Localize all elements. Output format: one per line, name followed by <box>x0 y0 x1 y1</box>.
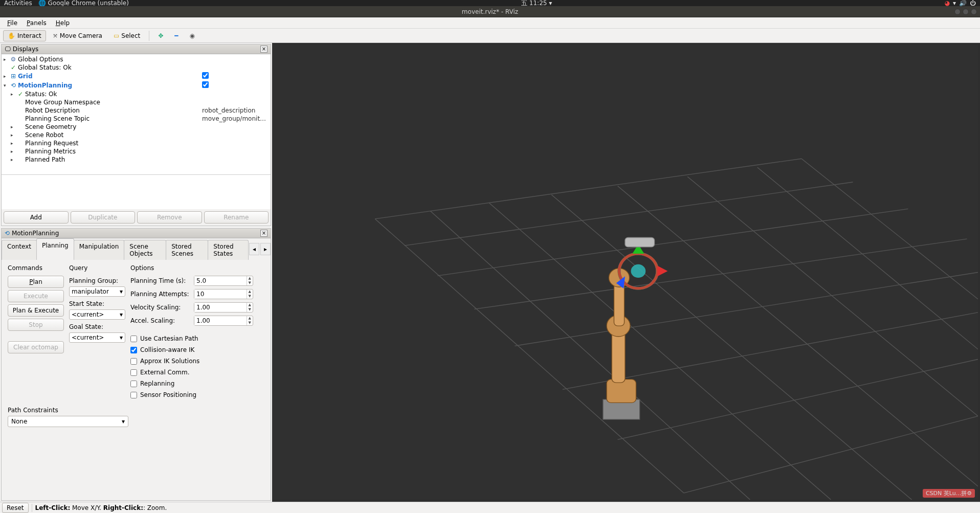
tab-stored-scenes[interactable]: Stored Scenes <box>166 240 208 260</box>
planning-time-spinner[interactable]: ▲▼ <box>194 276 253 286</box>
planning-group-select[interactable]: manipulator▾ <box>69 286 125 297</box>
svg-line-12 <box>618 186 978 486</box>
collision-ik-label: Collision-aware IK <box>140 346 194 353</box>
grid-visibility-checkbox[interactable] <box>202 72 209 79</box>
3d-viewport[interactable]: CSDN 英Lu...拼⚙ <box>272 45 978 500</box>
tree-item-motion-planning[interactable]: MotionPlanning <box>17 82 202 89</box>
spin-down[interactable]: ▼ <box>247 294 253 299</box>
execute-button: Execute <box>8 290 64 302</box>
sensor-positioning-checkbox[interactable] <box>130 392 137 398</box>
planning-attempts-spinner[interactable]: ▲▼ <box>194 289 253 299</box>
tree-item-global-options[interactable]: Global Options <box>17 56 269 63</box>
plan-and-execute-button[interactable]: Plan & Execute <box>8 304 64 317</box>
move-camera-tool[interactable]: ⤧Move Camera <box>48 30 107 41</box>
maximize-button[interactable] <box>963 9 969 15</box>
point-tool[interactable]: ◉ <box>185 30 199 41</box>
planning-attempts-label: Planning Attempts: <box>130 291 191 298</box>
tab-stored-states[interactable]: Stored States <box>208 240 249 260</box>
tree-item-grid[interactable]: Grid <box>17 73 202 80</box>
motion-planning-title: MotionPlanning <box>12 230 59 237</box>
mp-tabs: Context Planning Manipulation Scene Obje… <box>2 238 271 260</box>
tree-item-move-group-ns[interactable]: Move Group Namespace <box>24 99 202 106</box>
spin-up[interactable]: ▲ <box>247 316 253 321</box>
select-tool[interactable]: ▭Select <box>109 30 145 41</box>
tree-item-planning-metrics[interactable]: Planning Metrics <box>24 148 269 155</box>
tree-item-robot-description[interactable]: Robot Description <box>24 107 202 114</box>
svg-line-13 <box>687 177 978 416</box>
planning-attempts-input[interactable] <box>194 289 247 299</box>
start-state-label: Start State: <box>69 299 125 307</box>
plan-button[interactable]: Plan <box>8 276 64 288</box>
svg-line-1 <box>405 182 853 246</box>
collision-ik-checkbox[interactable] <box>130 347 137 353</box>
planning-time-input[interactable] <box>194 276 247 285</box>
spin-down[interactable]: ▼ <box>247 281 253 285</box>
goal-state-label: Goal State: <box>69 322 125 330</box>
close-button[interactable] <box>971 9 977 15</box>
tree-item-planning-scene-topic[interactable]: Planning Scene Topic <box>24 115 202 122</box>
status-hint: Left-Click: Move X/Y. Right-Click:: Zoom… <box>35 504 167 511</box>
tab-planning[interactable]: Planning <box>36 238 74 260</box>
mp-close-button[interactable]: × <box>260 230 268 237</box>
spin-up[interactable]: ▲ <box>247 303 253 307</box>
tab-scene-objects[interactable]: Scene Objects <box>124 240 166 260</box>
external-comm-checkbox[interactable] <box>130 369 137 376</box>
motion-planning-visibility-checkbox[interactable] <box>202 81 209 88</box>
displays-title: Displays <box>13 46 38 53</box>
tree-item-global-status[interactable]: Global Status: Ok <box>17 64 269 71</box>
displays-close-button[interactable]: × <box>260 46 268 53</box>
use-cartesian-label: Use Cartesian Path <box>140 335 198 342</box>
path-constraints-label: Path Constraints <box>8 407 264 414</box>
svg-line-14 <box>758 167 978 349</box>
clear-octomap-button: Clear octomap <box>8 341 64 353</box>
tab-scroll-right[interactable]: ▸ <box>260 243 271 255</box>
grid-icon: ⊞ <box>10 73 17 80</box>
options-column: Options Planning Time (s):▲▼ Planning At… <box>130 264 264 399</box>
interact-tool[interactable]: ✋Interact <box>3 30 46 41</box>
desktop-top-bar: Activities 🌐 Google Chrome (unstable) 五 … <box>0 0 980 6</box>
tree-item-scene-robot[interactable]: Scene Robot <box>24 131 269 139</box>
spin-up[interactable]: ▲ <box>247 276 253 281</box>
toolbar: ✋Interact ⤧Move Camera ▭Select ✥ ━ ◉ <box>0 29 980 43</box>
accel-scaling-input[interactable] <box>194 316 247 325</box>
menu-help[interactable]: Help <box>52 18 74 28</box>
path-constraints-select[interactable]: None▾ <box>8 416 128 427</box>
menu-file[interactable]: File <box>3 18 21 28</box>
spin-down[interactable]: ▼ <box>247 321 253 325</box>
spin-down[interactable]: ▼ <box>247 307 253 312</box>
minimize-button[interactable] <box>954 9 961 15</box>
svg-point-28 <box>631 264 646 278</box>
velocity-scaling-spinner[interactable]: ▲▼ <box>194 302 253 313</box>
tab-manipulation[interactable]: Manipulation <box>74 240 125 260</box>
window-title: moveit.rviz* - RViz <box>462 8 518 15</box>
tree-item-status-ok[interactable]: Status: Ok <box>24 91 269 98</box>
tab-context[interactable]: Context <box>2 240 37 260</box>
svg-line-11 <box>551 195 911 500</box>
accel-scaling-label: Accel. Scaling: <box>130 317 191 324</box>
replanning-checkbox[interactable] <box>130 381 137 387</box>
add-button[interactable]: Add <box>4 211 69 224</box>
tree-item-scene-geometry[interactable]: Scene Geometry <box>24 123 269 130</box>
robot-description-value[interactable]: robot_description <box>202 107 269 114</box>
spin-up[interactable]: ▲ <box>247 289 253 294</box>
tree-item-planned-path[interactable]: Planned Path <box>24 156 269 163</box>
start-state-select[interactable]: <current>▾ <box>69 309 125 320</box>
reset-button[interactable]: Reset <box>2 503 29 513</box>
accel-scaling-spinner[interactable]: ▲▼ <box>194 316 253 326</box>
tree-item-planning-request[interactable]: Planning Request <box>24 140 269 147</box>
duplicate-button: Duplicate <box>71 211 136 224</box>
display-description-box <box>2 174 271 209</box>
menu-panels[interactable]: Panels <box>23 18 51 28</box>
svg-line-7 <box>684 416 978 493</box>
focus-tool[interactable]: ✥ <box>153 30 168 41</box>
chevron-down-icon: ▾ <box>122 418 125 425</box>
displays-tree[interactable]: ▸⚙Global Options ✓Global Status: Ok ▸⊞Gr… <box>2 54 271 174</box>
approx-ik-checkbox[interactable] <box>130 358 137 365</box>
svg-line-15 <box>801 159 978 299</box>
planning-scene-topic-value[interactable]: move_group/monitor… <box>202 115 269 122</box>
use-cartesian-checkbox[interactable] <box>130 336 137 342</box>
goal-state-select[interactable]: <current>▾ <box>69 332 125 343</box>
velocity-scaling-input[interactable] <box>194 303 247 312</box>
tab-scroll-left[interactable]: ◂ <box>249 243 259 255</box>
measure-tool[interactable]: ━ <box>170 30 183 41</box>
